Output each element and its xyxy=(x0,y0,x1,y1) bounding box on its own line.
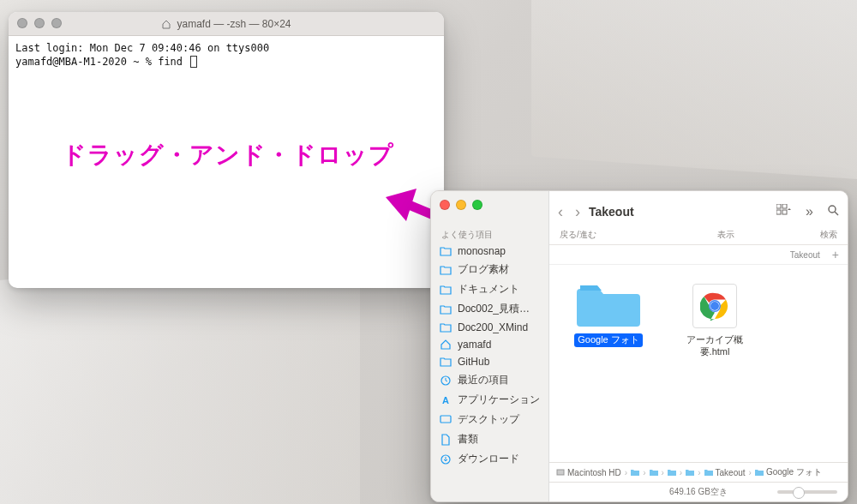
path-segment[interactable] xyxy=(686,468,694,477)
svg-rect-5 xyxy=(782,204,787,208)
search-label: 検索 xyxy=(820,229,837,241)
terminal-titlebar[interactable]: yamafd — -zsh — 80×24 xyxy=(9,12,444,36)
path-hint: Takeout xyxy=(790,250,820,260)
folder-item[interactable]: Google フォト xyxy=(568,280,649,347)
home-icon xyxy=(161,19,171,29)
sidebar-item-label: 最近の項目 xyxy=(458,373,509,387)
annotation-text: ドラッグ・アンド・ドロップ xyxy=(62,139,394,171)
add-tag-button[interactable]: + xyxy=(832,248,839,261)
path-bar[interactable]: Macintosh HD› › › › › Takeout› Google フォ… xyxy=(549,462,848,482)
sidebar-item[interactable]: ブログ素材 xyxy=(431,260,548,279)
status-bar: 649.16 GB空き xyxy=(549,482,848,501)
terminal-title: yamafd — -zsh — 80×24 xyxy=(161,18,291,30)
finder-toolbar: ‹ › Takeout » xyxy=(549,191,848,229)
sidebar-item[interactable]: ダウンロード xyxy=(431,449,548,469)
path-segment[interactable]: Google フォト xyxy=(755,466,822,478)
svg-rect-2 xyxy=(440,416,451,423)
view-mode-button[interactable] xyxy=(776,204,792,219)
minimize-icon[interactable] xyxy=(456,200,466,210)
path-segment[interactable]: Macintosh HD xyxy=(556,468,621,477)
chrome-icon xyxy=(692,284,737,328)
path-segment[interactable]: Takeout xyxy=(704,468,746,477)
item-label: Google フォト xyxy=(574,333,643,347)
finder-content[interactable]: Google フォトアーカイブ概要.html xyxy=(549,265,848,462)
folder-icon xyxy=(577,280,640,328)
item-label: アーカイブ概要.html xyxy=(674,333,755,359)
svg-rect-4 xyxy=(776,204,781,208)
minimize-icon[interactable] xyxy=(34,18,45,28)
path-segment[interactable] xyxy=(631,468,639,477)
sidebar-item-label: 書類 xyxy=(458,432,478,447)
traffic-lights[interactable] xyxy=(17,18,62,28)
sidebar-item[interactable]: Aアプリケーション xyxy=(431,390,548,410)
icon-size-slider[interactable] xyxy=(777,490,837,494)
sidebar-item-label: GitHub xyxy=(458,356,489,368)
back-button[interactable]: ‹ xyxy=(558,203,563,221)
svg-rect-14 xyxy=(557,470,564,475)
sidebar-item[interactable]: 書類 xyxy=(431,429,548,449)
sidebar-item[interactable]: Doc002_見積… xyxy=(431,299,548,319)
sidebar-item-label: Doc002_見積… xyxy=(458,302,530,316)
sidebar-item-label: ダウンロード xyxy=(458,452,519,466)
finder-window[interactable]: よく使う項目 monosnapブログ素材ドキュメントDoc002_見積…Doc2… xyxy=(430,190,848,502)
sidebar-item-label: Doc200_XMind xyxy=(458,321,528,333)
svg-rect-6 xyxy=(776,210,781,214)
forward-button[interactable]: › xyxy=(575,203,580,221)
svg-point-8 xyxy=(829,206,836,213)
sidebar-item-label: ブログ素材 xyxy=(458,262,509,277)
sidebar-item-label: monosnap xyxy=(458,245,506,257)
window-title: Takeout xyxy=(589,205,634,219)
sidebar-item[interactable]: Doc200_XMind xyxy=(431,319,548,336)
file-item[interactable]: アーカイブ概要.html xyxy=(674,280,755,359)
more-button[interactable]: » xyxy=(806,204,813,219)
sidebar-item[interactable]: ドキュメント xyxy=(431,279,548,299)
svg-rect-7 xyxy=(782,210,787,214)
terminal-prompt: yamafd@MBA-M1-2020 ~ % find xyxy=(15,55,437,69)
finder-main: ‹ › Takeout » 戻る/進む 表示 検索 Takeout + Goog… xyxy=(549,191,848,501)
free-space-label: 649.16 GB空き xyxy=(669,486,728,498)
path-segment[interactable] xyxy=(650,468,658,477)
sidebar-item-label: アプリケーション xyxy=(458,393,540,407)
terminal-line: Last login: Mon Dec 7 09:40:46 on ttys00… xyxy=(15,41,437,55)
sidebar-item[interactable]: GitHub xyxy=(431,353,548,370)
path-segment[interactable] xyxy=(668,468,676,477)
close-icon[interactable] xyxy=(17,18,27,28)
sidebar-item[interactable]: yamafd xyxy=(431,336,548,353)
close-icon[interactable] xyxy=(440,200,450,210)
nav-label: 戻る/進む xyxy=(560,229,596,241)
sidebar-item-label: ドキュメント xyxy=(458,282,519,297)
cursor-icon xyxy=(190,56,197,68)
svg-text:A: A xyxy=(442,395,449,405)
sidebar-item[interactable]: monosnap xyxy=(431,243,548,260)
search-button[interactable] xyxy=(827,204,839,219)
zoom-icon[interactable] xyxy=(472,200,482,210)
traffic-lights[interactable] xyxy=(440,200,482,210)
sidebar-header: よく使う項目 xyxy=(431,225,548,243)
sidebar-item[interactable]: デスクトップ xyxy=(431,410,548,429)
finder-sidebar[interactable]: よく使う項目 monosnapブログ素材ドキュメントDoc002_見積…Doc2… xyxy=(431,191,549,501)
view-label: 表示 xyxy=(717,229,734,241)
sidebar-item-label: yamafd xyxy=(458,339,491,351)
svg-line-9 xyxy=(835,212,838,215)
sidebar-item[interactable]: 最近の項目 xyxy=(431,370,548,390)
sidebar-item-label: デスクトップ xyxy=(458,412,519,427)
svg-point-13 xyxy=(710,302,719,310)
zoom-icon[interactable] xyxy=(51,18,62,28)
